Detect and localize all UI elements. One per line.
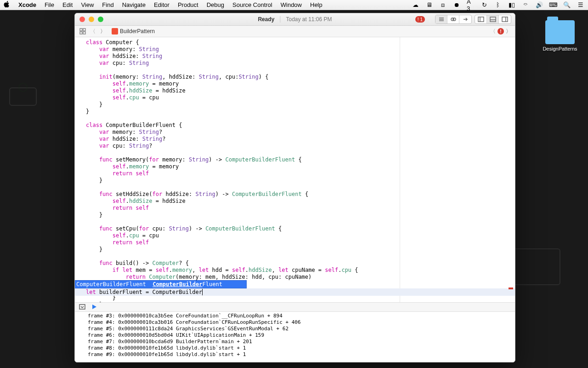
error-count: 1	[420, 17, 423, 22]
current-typing-line[interactable]: let builderFluent = ComputerBuilder	[75, 288, 515, 296]
menu-view[interactable]: View	[81, 1, 94, 8]
continue-button[interactable]	[90, 303, 98, 310]
status-battery-icon[interactable]: ▮▯	[508, 2, 515, 8]
svg-rect-3	[490, 17, 496, 22]
svg-rect-2	[478, 17, 484, 22]
apple-menu-icon[interactable]	[4, 1, 10, 9]
jump-bar: 〈 〉 BuilderPattern 〈 ! 〉	[75, 26, 515, 37]
status-bluetooth-icon[interactable]: ᛒ	[494, 2, 502, 8]
build-subtitle: Today at 11:06 PM	[280, 16, 332, 23]
console-line: frame #4: 0x000000010ca3b016 CoreFoundat…	[88, 319, 301, 325]
standard-editor-button[interactable]	[435, 15, 447, 23]
menu-navigate[interactable]: Navigate	[122, 1, 146, 8]
close-button[interactable]	[79, 17, 85, 22]
back-button[interactable]: 〈	[89, 27, 97, 35]
status-wifi-icon[interactable]: ⌔	[522, 2, 529, 8]
svg-rect-6	[83, 29, 85, 31]
assistant-editor-button[interactable]	[447, 15, 459, 23]
folder-label: DesignPatterns	[540, 46, 580, 52]
status-volume-icon[interactable]: 🔊	[536, 2, 543, 8]
status-cloud-icon[interactable]: ☁︎	[412, 2, 419, 8]
related-items-button[interactable]	[79, 27, 87, 35]
menu-help[interactable]: Help	[310, 1, 322, 8]
panel-toggle-segment	[475, 15, 511, 24]
toggle-navigator-button[interactable]	[475, 15, 487, 23]
status-keyboard-icon[interactable]: ⌨	[549, 2, 557, 8]
status-timemachine-icon[interactable]: ↻	[481, 2, 488, 8]
minimize-button[interactable]	[89, 17, 94, 22]
menu-find[interactable]: Find	[102, 1, 113, 8]
menu-debug[interactable]: Debug	[207, 1, 224, 8]
zoom-button[interactable]	[98, 17, 103, 22]
status-camera-icon[interactable]: ⏺	[453, 2, 460, 8]
swift-file-icon	[112, 28, 118, 34]
console-line: frame #9: 0x000000010fe1b65d libdyld.dyl…	[88, 351, 246, 357]
toggle-debug-button[interactable]	[487, 15, 499, 23]
svg-rect-5	[80, 29, 82, 31]
status-adobe-icon[interactable]: A 3	[467, 2, 474, 8]
svg-rect-8	[83, 32, 85, 34]
error-indicator[interactable]: ! 1	[415, 16, 425, 23]
console-line: frame #5: 0x0000000111c8da24 GraphicsSer…	[88, 326, 288, 332]
status-notifications-icon[interactable]: ☰	[577, 2, 584, 8]
next-issue-button[interactable]: 〉	[506, 28, 511, 35]
status-spotlight-icon[interactable]: 🔍	[563, 2, 571, 8]
menu-file[interactable]: File	[45, 1, 54, 8]
menu-window[interactable]: Window	[281, 1, 302, 8]
version-editor-button[interactable]	[459, 15, 471, 23]
app-name[interactable]: Xcode	[18, 1, 36, 8]
toggle-inspector-button[interactable]	[499, 15, 511, 23]
editor-area: class Computer { var memory: String var …	[75, 37, 515, 302]
window-titlebar: Ready Today at 11:06 PM ! 1	[75, 13, 515, 26]
editor-mode-segment	[435, 15, 472, 24]
macos-menubar: Xcode File Edit View Find Navigate Edito…	[0, 0, 588, 10]
menu-editor[interactable]: Editor	[154, 1, 170, 8]
autocomplete-popup[interactable]: C ComputerBuilderFluent ComputerBuilderF…	[75, 280, 247, 288]
debug-console[interactable]: frame #3: 0x000000010ca3b5ee CoreFoundat…	[75, 312, 515, 362]
svg-point-1	[453, 18, 456, 21]
svg-rect-4	[502, 17, 508, 22]
forward-button[interactable]: 〉	[99, 27, 107, 35]
console-line: frame #8: 0x000000010fe1b65d libdyld.dyl…	[88, 345, 246, 351]
debug-toolbar	[75, 302, 515, 312]
console-line: frame #3: 0x000000010ca3b5ee CoreFoundat…	[88, 313, 283, 319]
console-line: frame #6: 0x000000010d5bd0d4 UIKit`UIApp…	[88, 332, 264, 338]
issue-badge[interactable]: !	[498, 28, 504, 34]
svg-rect-9	[112, 28, 118, 34]
error-icon: !	[418, 17, 419, 22]
toggle-console-button[interactable]	[79, 303, 86, 310]
status-dropbox-icon[interactable]: ⧈	[439, 2, 447, 8]
console-line: frame #7: 0x000000010bcda6d9 BuilderPatt…	[88, 339, 252, 345]
status-display-icon[interactable]: 🖥	[425, 2, 433, 8]
svg-rect-7	[80, 32, 82, 34]
xcode-window: Ready Today at 11:06 PM ! 1 〈 〉	[74, 13, 515, 362]
menu-product[interactable]: Product	[178, 1, 198, 8]
desktop-folder[interactable]: DesignPatterns	[540, 20, 580, 52]
svg-rect-10	[79, 305, 85, 309]
menu-source-control[interactable]: Source Control	[232, 1, 272, 8]
menu-edit[interactable]: Edit	[62, 1, 73, 8]
breadcrumb[interactable]: BuilderPattern	[112, 28, 155, 34]
breadcrumb-label: BuilderPattern	[120, 28, 155, 34]
folder-icon	[545, 20, 575, 44]
completion-item: ComputerBuilderFluent ComputerBuilderFlu…	[75, 281, 225, 288]
minimap-gutter	[400, 37, 515, 302]
prev-issue-button[interactable]: 〈	[490, 28, 496, 35]
build-status: Ready	[258, 16, 274, 23]
source-editor[interactable]: class Computer { var memory: String var …	[75, 37, 400, 302]
error-line-flag[interactable]	[509, 288, 513, 289]
